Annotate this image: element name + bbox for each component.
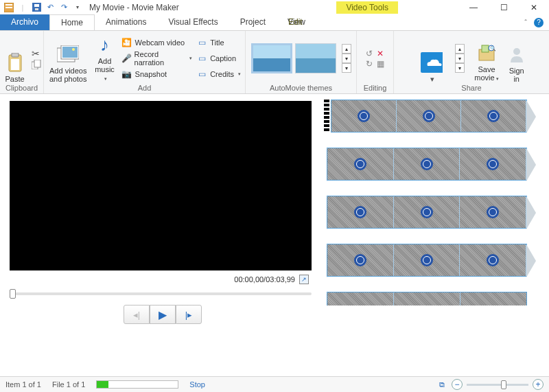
record-label: Record narration (135, 50, 186, 67)
clip-3[interactable] (327, 196, 527, 229)
help-icon[interactable]: ? (534, 18, 544, 27)
clipboard-smalls: ✂ (32, 48, 41, 69)
title-label: Title (210, 38, 224, 47)
redo-icon[interactable]: ↷ (58, 1, 70, 14)
clip-2[interactable] (327, 148, 527, 181)
gallery-up-icon[interactable]: ▴ (342, 44, 351, 54)
share-down-icon[interactable]: ▾ (455, 54, 465, 63)
clip-5[interactable] (327, 292, 527, 305)
clip-row-5 (324, 292, 548, 305)
ribbon-right-controls: ˆ ? (524, 14, 549, 30)
seek-bar[interactable] (10, 292, 312, 295)
timecode: 00:00,00/03:03,99 (234, 275, 295, 284)
stop-button[interactable]: Stop (189, 380, 205, 389)
theme-item-2[interactable] (295, 43, 336, 73)
clip-4[interactable] (327, 244, 527, 277)
group-editing-label: Editing (364, 83, 387, 92)
thumbnail-size-icon[interactable]: ⧉ (439, 380, 445, 389)
svg-rect-4 (34, 4, 39, 7)
caption-button[interactable]: ▭Caption (196, 51, 241, 66)
share-gallery-nav: ▴ ▾ ▾ (455, 44, 465, 73)
copy-icon[interactable] (32, 60, 41, 69)
title-icon: ▭ (196, 37, 207, 48)
clip-row-4 (324, 244, 548, 277)
tab-visual-effects[interactable]: Visual Effects (157, 14, 229, 30)
sign-in-button[interactable]: Sign in (504, 34, 529, 83)
webcam-video-button[interactable]: 🎦Webcam video (121, 35, 193, 50)
music-note-icon: ♪ (94, 34, 116, 56)
rotate-left-icon[interactable]: ↺ (366, 49, 373, 58)
share-onedrive-button[interactable]: ▾ (414, 34, 449, 83)
timeline-pane[interactable] (323, 94, 549, 376)
window-controls: — ☐ ✕ (458, 0, 549, 14)
sign-in-label: Sign in (509, 65, 524, 83)
tab-file[interactable]: Archivo (0, 14, 49, 30)
gallery-more-icon[interactable]: ▾ (342, 63, 351, 73)
clock-icon (487, 254, 499, 266)
undo-icon[interactable]: ↶ (44, 1, 56, 14)
minimize-button[interactable]: — (458, 0, 489, 14)
cut-icon[interactable]: ✂ (32, 48, 41, 59)
add-column-1: 🎦Webcam video 🎤Record narration▾ 📷Snapsh… (121, 35, 193, 82)
next-frame-button[interactable]: |▸ (176, 305, 202, 324)
webcam-icon: 🎦 (121, 37, 132, 48)
title-button[interactable]: ▭Title (196, 35, 241, 50)
paste-label: Paste (5, 73, 24, 83)
zoom-in-button[interactable]: + (533, 379, 544, 390)
zoom-out-button[interactable]: − (452, 379, 463, 390)
add-music-button[interactable]: ♪ Add music▾ (92, 34, 117, 83)
svg-text:🔍: 🔍 (490, 45, 495, 51)
save-movie-button[interactable]: 🔍 Save movie▾ (473, 34, 500, 83)
seek-thumb[interactable] (10, 289, 16, 299)
zoom-slider[interactable] (467, 384, 528, 386)
svg-rect-2 (5, 7, 12, 8)
clipboard-icon (4, 51, 26, 73)
save-icon[interactable] (30, 1, 43, 14)
clip-row-3 (324, 196, 548, 229)
record-narration-button[interactable]: 🎤Record narration▾ (121, 51, 193, 66)
camera-icon: 📷 (121, 69, 132, 80)
play-button[interactable]: ▶ (150, 305, 176, 324)
close-button[interactable]: ✕ (519, 0, 549, 14)
collapse-ribbon-icon[interactable]: ˆ (524, 19, 527, 27)
qat-dropdown-icon[interactable]: ▾ (71, 1, 84, 14)
svg-rect-13 (62, 47, 78, 58)
add-videos-button[interactable]: Add videos and photos (48, 34, 88, 83)
video-preview[interactable] (10, 101, 312, 270)
app-icon[interactable] (3, 1, 15, 14)
clock-icon (354, 158, 366, 170)
share-up-icon[interactable]: ▴ (455, 44, 465, 54)
theme-item-1[interactable] (251, 43, 292, 73)
group-share-label: Share (461, 83, 481, 92)
clip-end-icon (526, 100, 536, 133)
delete-icon[interactable]: ✕ (377, 49, 384, 58)
clock-icon (421, 254, 433, 266)
credits-button[interactable]: ▭Credits▾ (196, 67, 241, 82)
person-icon (506, 43, 528, 65)
zoom-control: − + (452, 379, 544, 390)
preview-pane: 00:00,00/03:03,99 ↗ ◂| ▶ |▸ (0, 94, 323, 376)
svg-rect-5 (35, 8, 38, 10)
photos-icon (57, 43, 79, 65)
tab-animations[interactable]: Animations (95, 14, 157, 30)
maximize-button[interactable]: ☐ (489, 0, 519, 14)
tab-edit[interactable]: Edit (273, 14, 318, 30)
caption-label: Caption (210, 54, 236, 62)
snapshot-button[interactable]: 📷Snapshot (121, 67, 193, 82)
prev-frame-button[interactable]: ◂| (124, 305, 150, 324)
fullscreen-icon[interactable]: ↗ (299, 275, 309, 284)
snapshot-label: Snapshot (135, 70, 167, 78)
share-more-icon[interactable]: ▾ (455, 63, 465, 73)
tab-home[interactable]: Home (49, 14, 95, 30)
clip-1[interactable] (331, 100, 527, 132)
tab-project[interactable]: Project (229, 14, 277, 30)
zoom-thumb[interactable] (501, 380, 506, 389)
rotate-right-icon[interactable]: ↻ (366, 59, 373, 69)
select-all-icon[interactable]: ▦ (377, 59, 384, 69)
clock-icon (487, 158, 499, 170)
gallery-down-icon[interactable]: ▾ (342, 54, 351, 63)
group-automovie-label: AutoMovie themes (270, 83, 332, 92)
paste-button[interactable]: Paste (3, 34, 27, 83)
webcam-label: Webcam video (135, 38, 185, 47)
progress-fill (97, 381, 108, 388)
